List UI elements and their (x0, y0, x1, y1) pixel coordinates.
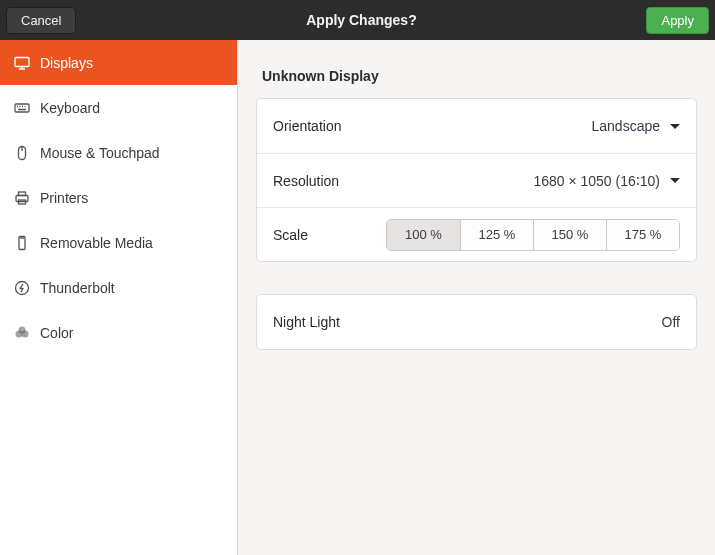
thunderbolt-icon (14, 280, 30, 296)
night-light-value: Off (662, 314, 680, 330)
orientation-label: Orientation (273, 118, 591, 134)
chevron-down-icon (670, 124, 680, 129)
scale-option-150[interactable]: 150 % (533, 220, 606, 250)
sidebar-item-displays[interactable]: Displays (0, 40, 237, 85)
sidebar-item-label: Printers (40, 190, 88, 206)
sidebar-item-color[interactable]: Color (0, 310, 237, 355)
sidebar-item-label: Mouse & Touchpad (40, 145, 160, 161)
resolution-row[interactable]: Resolution 1680 × 1050 (16∶10) (257, 153, 696, 207)
section-title: Unknown Display (256, 40, 697, 98)
sidebar-item-label: Thunderbolt (40, 280, 115, 296)
sidebar-item-removable[interactable]: Removable Media (0, 220, 237, 265)
night-light-row[interactable]: Night Light Off (257, 295, 696, 349)
sidebar-item-keyboard[interactable]: Keyboard (0, 85, 237, 130)
svg-rect-4 (19, 192, 26, 196)
scale-segmented-control: 100 % 125 % 150 % 175 % (386, 219, 680, 251)
scale-row: Scale 100 % 125 % 150 % 175 % (257, 207, 696, 261)
svg-rect-0 (15, 57, 29, 66)
display-icon (14, 55, 30, 71)
night-light-label: Night Light (273, 314, 662, 330)
sidebar-item-thunderbolt[interactable]: Thunderbolt (0, 265, 237, 310)
scale-option-175[interactable]: 175 % (606, 220, 679, 250)
apply-button[interactable]: Apply (646, 7, 709, 34)
sidebar-item-mouse[interactable]: Mouse & Touchpad (0, 130, 237, 175)
scale-label: Scale (273, 227, 386, 243)
header-title: Apply Changes? (76, 12, 646, 28)
orientation-value: Landscape (591, 118, 660, 134)
removable-media-icon (14, 235, 30, 251)
chevron-down-icon (670, 178, 680, 183)
orientation-row[interactable]: Orientation Landscape (257, 99, 696, 153)
cancel-button[interactable]: Cancel (6, 7, 76, 34)
svg-rect-6 (19, 236, 25, 249)
sidebar-item-label: Color (40, 325, 73, 341)
svg-point-10 (19, 326, 26, 333)
resolution-label: Resolution (273, 173, 533, 189)
scale-option-125[interactable]: 125 % (460, 220, 533, 250)
night-light-panel: Night Light Off (256, 294, 697, 350)
sidebar-item-label: Removable Media (40, 235, 153, 251)
content-area: Unknown Display Orientation Landscape Re… (238, 40, 715, 555)
resolution-value: 1680 × 1050 (16∶10) (533, 173, 660, 189)
sidebar-item-label: Displays (40, 55, 93, 71)
header-bar: Cancel Apply Changes? Apply (0, 0, 715, 40)
display-settings-panel: Orientation Landscape Resolution 1680 × … (256, 98, 697, 262)
mouse-icon (14, 145, 30, 161)
printer-icon (14, 190, 30, 206)
sidebar-item-printers[interactable]: Printers (0, 175, 237, 220)
sidebar-item-label: Keyboard (40, 100, 100, 116)
sidebar: Displays Keyboard Mouse & Touchpad Print… (0, 40, 238, 555)
keyboard-icon (14, 100, 30, 116)
svg-rect-1 (15, 104, 29, 112)
color-icon (14, 325, 30, 341)
scale-option-100[interactable]: 100 % (387, 220, 460, 250)
